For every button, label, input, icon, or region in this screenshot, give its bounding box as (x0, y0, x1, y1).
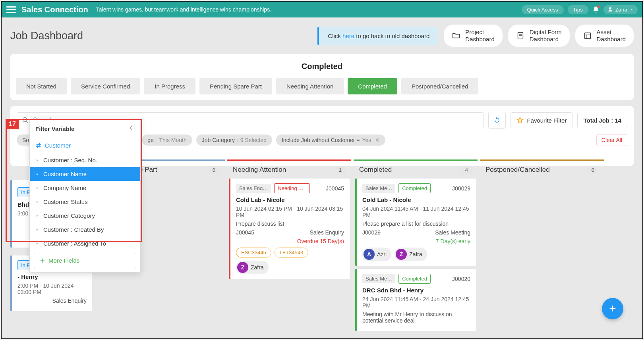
user-menu[interactable]: Zafra (603, 5, 638, 14)
status-heading: Completed (16, 62, 628, 71)
filter-item[interactable]: Customer : Created By (30, 223, 140, 236)
filter-item[interactable]: Customer Name (30, 167, 140, 181)
page-title: Job Dashboard (10, 30, 83, 42)
chevron-right-icon (35, 186, 39, 190)
user-name: Zafra (615, 7, 627, 13)
card-ref-pill: LFT34543 (275, 248, 308, 257)
plus-icon (40, 258, 45, 263)
tab-needing-attention[interactable]: Needing Attention (276, 78, 344, 94)
more-fields-button[interactable]: More Fields (34, 253, 136, 268)
column-header-spare: e Part 0 (133, 159, 225, 179)
card-title: DRC Sdn Bhd - Henry (362, 287, 470, 294)
form-icon (516, 31, 525, 40)
star-icon (516, 117, 524, 124)
clear-all-button[interactable]: Clear All (596, 134, 627, 146)
card-job-id: J00029 (452, 185, 470, 192)
card-dates: 2:00 PM - 10 Jun 2024 03:00 PM (17, 282, 87, 295)
job-card[interactable]: Sales Me… Completed J00029 Cold Lab - Ni… (355, 179, 476, 266)
digital-form-dashboard-button[interactable]: Digital FormDashboard (508, 25, 570, 47)
asset-icon (583, 31, 592, 40)
tab-postponed-cancelled[interactable]: Postponed/Cancelled (401, 78, 479, 94)
refresh-icon (493, 117, 501, 124)
card-title: - Henry (17, 273, 87, 280)
column-header-postponed: Postponed/Cancelled 0 (480, 159, 604, 179)
header-row: Job Dashboard Click here to go back to o… (2, 17, 642, 54)
filter-variable-popup: Filter Variable Customer Customer : Seq.… (29, 119, 141, 273)
chevron-right-icon (35, 214, 39, 218)
topbar: Sales Connection Talent wins games, but … (2, 2, 642, 17)
tab-service-confirmed[interactable]: Service Confirmed (71, 78, 140, 94)
card-ref-pill: ESC33445 (236, 248, 271, 257)
filter-item[interactable]: Customer Category (30, 209, 140, 223)
card-category-tag: Sales Me… (362, 184, 395, 193)
chevron-right-icon (35, 172, 39, 176)
tab-completed[interactable]: Completed (348, 78, 397, 94)
search-icon (22, 117, 29, 124)
total-job-count: Total Job : 14 (577, 113, 627, 128)
card-title: Cold Lab - Nicole (236, 196, 344, 203)
folder-icon (452, 31, 460, 40)
card-status-badge: Needing A… (274, 183, 310, 193)
old-dashboard-link[interactable]: here (342, 33, 354, 39)
card-job-id: J00020 (452, 276, 470, 282)
back-icon[interactable] (128, 124, 135, 133)
brand: Sales Connection (21, 5, 88, 14)
card-status-badge: Completed (398, 274, 431, 284)
card-description: Please prepare a list for discussion (362, 221, 470, 227)
chevron-right-icon (35, 242, 39, 246)
card-overdue: Overdue 15 Day(s) (236, 238, 344, 244)
card-description: Meeting with Mr Henry to discuss on pote… (362, 311, 470, 324)
avatar: A (364, 249, 375, 260)
add-job-fab[interactable]: + (602, 298, 623, 319)
card-category-tag: Sales Me… (362, 274, 395, 283)
quick-access-button[interactable]: Quick Access (522, 5, 564, 14)
card-dates: 10 Jun 2024 02:15 PM - 10 Jun 2024 03:15… (236, 206, 344, 218)
asset-dashboard-button[interactable]: AssetDashboard (575, 25, 634, 47)
refresh-button[interactable] (488, 112, 506, 129)
menu-icon[interactable] (6, 5, 16, 14)
assignee-chip[interactable]: AAzri (362, 248, 391, 261)
card-dates: 24 Jun 2024 11:45 AM - 24 Jun 2024 12:45… (362, 296, 470, 309)
callout-badge: 17 (6, 119, 19, 129)
project-dashboard-button[interactable]: ProjectDashboard (444, 25, 502, 47)
close-icon[interactable]: ✕ (375, 137, 380, 143)
tagline: Talent wins games, but teamwork and inte… (96, 6, 271, 13)
column-header-needing: Needing Attention 1 (227, 159, 351, 179)
filter-item[interactable]: Company Name (30, 181, 140, 195)
chevron-right-icon (35, 200, 39, 204)
avatar: Z (237, 262, 248, 273)
popup-title: Filter Variable (35, 125, 74, 132)
card-early: 7 Day(s) early (362, 238, 470, 244)
tab-in-progress[interactable]: In Progress (144, 78, 195, 94)
filter-item[interactable]: Customer : Seq. No. (30, 153, 140, 167)
assignee-chip[interactable]: ZZafra (236, 261, 269, 274)
card-dates: 04 Jun 2024 11:45 AM - 11 Jun 2024 12:45… (362, 206, 470, 218)
favourite-filter-button[interactable]: Favourite Filter (511, 112, 572, 128)
old-dashboard-banner: Click here to go back to old dashboard (317, 27, 438, 45)
status-tabs: Not Started Service Confirmed In Progres… (16, 78, 628, 94)
filter-chip[interactable]: Include Job without Customer = Yes✕ (276, 134, 385, 146)
job-card[interactable]: Sales Me… Completed J00020 DRC Sdn Bhd -… (355, 269, 476, 331)
card-description: Prepare discuss list (236, 221, 344, 227)
card-status-badge: Completed (398, 183, 431, 193)
card-title: Cold Lab - Nicole (362, 196, 470, 203)
filter-item[interactable]: Customer : Assigned To (30, 236, 140, 250)
column-header-completed: Completed 4 (354, 159, 478, 179)
avatar: Z (396, 249, 407, 260)
status-panel: Completed Not Started Service Confirmed … (10, 54, 634, 100)
chevron-right-icon (35, 158, 39, 162)
filter-chip[interactable]: ge : This Month (142, 134, 192, 146)
tips-button[interactable]: Tips (568, 5, 588, 14)
card-job-id: J00045 (326, 185, 344, 192)
card-category-tag: Sales Enq… (236, 184, 271, 193)
bell-icon[interactable] (592, 6, 600, 13)
chevron-right-icon (35, 228, 39, 232)
assignee-chip[interactable]: ZZafra (395, 248, 427, 261)
filter-chip[interactable]: Job Category : 9 Selected (196, 134, 272, 146)
tab-pending-spare-part[interactable]: Pending Spare Part (199, 78, 272, 94)
hash-icon (35, 142, 42, 149)
job-card[interactable]: Sales Enq… Needing A… J00045 Cold Lab - … (229, 179, 350, 279)
plus-icon: + (609, 302, 616, 315)
tab-not-started[interactable]: Not Started (16, 78, 67, 94)
filter-item[interactable]: Customer Status (30, 195, 140, 209)
